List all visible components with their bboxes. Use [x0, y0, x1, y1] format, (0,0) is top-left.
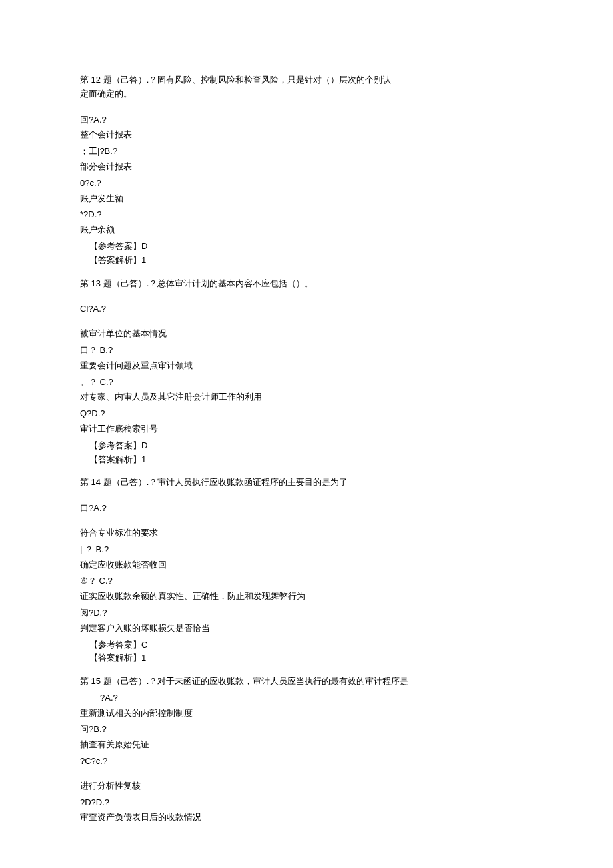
q14-intro: 第 14 题（己答）.？审计人员执行应收账款函证程序的主要目的是为了 — [80, 476, 533, 490]
q15-optD-text: 审查资产负债表日后的收款情况 — [80, 811, 533, 825]
spacer — [80, 665, 533, 675]
q14-optA-text: 符合专业标准的要求 — [80, 526, 533, 540]
q15-optB-text: 抽查有关原始凭证 — [80, 738, 533, 752]
spacer — [80, 517, 533, 526]
q12-optB-text: 部分会计报表 — [80, 160, 533, 174]
q12-optA-marker: 回?A.? — [80, 113, 533, 127]
q13-ref-answer: 【参考答案】D — [89, 439, 533, 453]
q15-optC-text: 进行分析性复核 — [80, 779, 533, 793]
q13-intro: 第 13 题（己答）.？总体审计计划的基本内容不应包括（）。 — [80, 277, 533, 291]
q12-optC-text: 账户发生额 — [80, 192, 533, 206]
q13-optA-marker: Cl?A.? — [80, 302, 533, 316]
q15-optD-marker: ?D?D.? — [80, 796, 533, 810]
q15-optA-text: 重新测试相关的内部控制制度 — [80, 707, 533, 721]
q14-optD-text: 判定客户入账的坏账损失是否恰当 — [80, 622, 533, 636]
q14-optB-text: 确定应收账款能否收回 — [80, 558, 533, 572]
q12-intro-line2: 定而确定的。 — [80, 87, 533, 101]
q14-optC-marker: ⑥？ C.? — [80, 574, 533, 588]
q13-optB-text: 重要会计问题及重点审计领域 — [80, 359, 533, 373]
q14-analysis: 【答案解析】1 — [89, 651, 533, 665]
question-13: 第 13 题（己答）.？总体审计计划的基本内容不应包括（）。 Cl?A.? 被审… — [80, 277, 533, 467]
q14-optC-text: 证实应收账款余额的真实性、正确性，防止和发现舞弊行为 — [80, 590, 533, 604]
q12-optC-marker: 0?c.? — [80, 177, 533, 191]
q15-optB-marker: 问?B.? — [80, 723, 533, 737]
q13-optD-marker: Q?D.? — [80, 407, 533, 421]
spacer — [80, 318, 533, 327]
q15-intro: 第 15 题（己答）.？对于未函证的应收账款，审计人员应当执行的最有效的审计程序… — [80, 675, 533, 689]
q12-intro: 第 12 题（己答）.？固有风险、控制风险和检查风险，只是针对（）层次的个别认 … — [80, 73, 533, 101]
q12-ref-answer: 【参考答案】D — [89, 240, 533, 254]
q13-optD-text: 审计工作底稿索引号 — [80, 422, 533, 436]
q13-optC-marker: 。？ C.? — [80, 376, 533, 390]
spacer — [80, 268, 533, 277]
spacer — [80, 466, 533, 476]
question-15: 第 15 题（己答）.？对于未函证的应收账款，审计人员应当执行的最有效的审计程序… — [80, 675, 533, 825]
q13-analysis: 【答案解析】1 — [89, 453, 533, 467]
q12-optA-text: 整个会计报表 — [80, 128, 533, 142]
q13-optB-marker: 口？ B.? — [80, 344, 533, 358]
q12-optD-marker: *?D.? — [80, 208, 533, 222]
q14-optD-marker: 阅?D.? — [80, 606, 533, 620]
q12-intro-line1: 第 12 题（己答）.？固有风险、控制风险和检查风险，只是针对（）层次的个别认 — [80, 73, 533, 87]
q14-ref-answer: 【参考答案】C — [89, 638, 533, 652]
q14-optB-marker: | ？ B.? — [80, 543, 533, 557]
q13-optC-text: 对专家、内审人员及其它注册会计师工作的利用 — [80, 390, 533, 404]
q15-optC-marker: ?C?c.? — [80, 755, 533, 769]
spacer — [80, 770, 533, 779]
q12-optD-text: 账户余额 — [80, 223, 533, 237]
question-14: 第 14 题（己答）.？审计人员执行应收账款函证程序的主要目的是为了 口?A.?… — [80, 476, 533, 665]
question-12: 第 12 题（己答）.？固有风险、控制风险和检查风险，只是针对（）层次的个别认 … — [80, 73, 533, 268]
q14-optA-marker: 口?A.? — [80, 502, 533, 516]
q15-optA-marker: ?A.? — [100, 691, 533, 705]
q13-optA-text: 被审计单位的基本情况 — [80, 327, 533, 341]
q12-optB-marker: ；工|?B.? — [80, 145, 533, 159]
q12-analysis: 【答案解析】1 — [89, 254, 533, 268]
